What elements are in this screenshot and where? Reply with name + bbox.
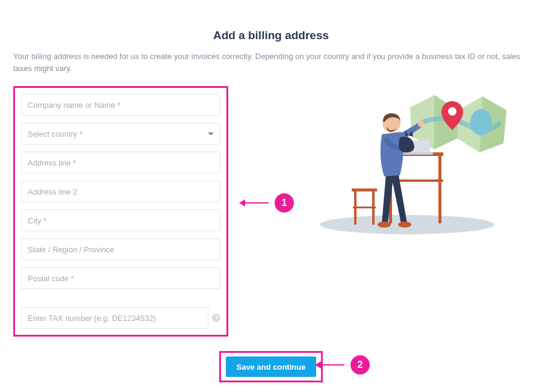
page-title: Add a billing address <box>0 0 542 51</box>
svg-rect-8 <box>400 152 433 155</box>
tax-field-wrapper <box>21 307 208 329</box>
svg-point-14 <box>398 222 411 228</box>
address-line-2-input[interactable] <box>28 181 214 202</box>
country-placeholder-text: Select country * <box>28 129 208 138</box>
postal-field-wrapper <box>21 267 220 289</box>
country-select[interactable]: Select country * <box>21 123 220 145</box>
svg-point-15 <box>418 121 424 127</box>
tax-number-input[interactable] <box>28 308 202 328</box>
arrow-left-icon <box>316 364 344 366</box>
svg-point-13 <box>378 222 391 228</box>
city-input[interactable] <box>28 210 214 231</box>
tax-row: ? <box>21 307 220 329</box>
state-input[interactable] <box>28 239 214 260</box>
button-row: Save and continue <box>0 351 542 382</box>
annotation-2: 2 <box>316 351 370 379</box>
svg-rect-12 <box>353 207 376 208</box>
svg-rect-5 <box>438 156 441 223</box>
company-input[interactable] <box>28 95 214 115</box>
annotation-1: 1 <box>240 193 294 213</box>
arrow-left-icon <box>240 202 269 204</box>
annotation-badge-2: 2 <box>350 355 370 375</box>
svg-point-2 <box>448 107 456 116</box>
svg-point-1 <box>470 109 492 135</box>
page-description: Your billing address is needed for us to… <box>0 51 542 74</box>
address2-field-wrapper <box>21 181 220 202</box>
billing-form-panel: Select country * ? <box>13 86 228 337</box>
state-field-wrapper <box>21 238 220 260</box>
save-and-continue-button[interactable]: Save and continue <box>226 356 317 377</box>
info-icon[interactable]: ? <box>212 314 220 322</box>
svg-rect-9 <box>352 188 377 191</box>
company-field-wrapper <box>21 94 220 116</box>
city-field-wrapper <box>21 210 220 231</box>
address1-field-wrapper <box>21 152 220 173</box>
postal-code-input[interactable] <box>28 268 214 288</box>
annotation-badge-1: 1 <box>275 193 294 213</box>
billing-illustration <box>293 92 522 237</box>
save-button-highlight: Save and continue <box>219 351 323 382</box>
address-line-1-input[interactable] <box>28 152 214 173</box>
chevron-down-icon <box>208 132 214 135</box>
